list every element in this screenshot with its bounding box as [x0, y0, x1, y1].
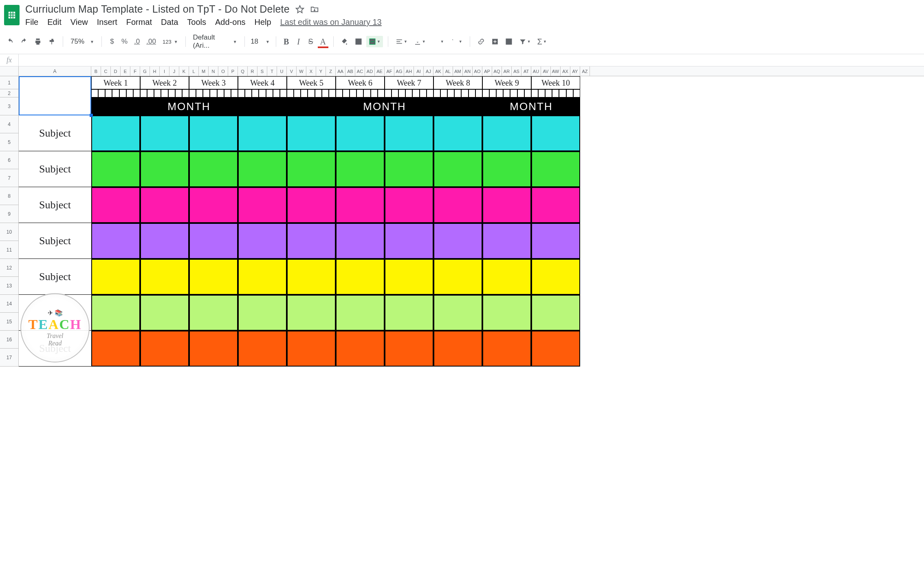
- col-head-AA[interactable]: AA: [336, 66, 345, 76]
- row-head-8[interactable]: 8: [0, 187, 19, 205]
- day-cell[interactable]: [469, 89, 475, 97]
- day-cell[interactable]: [385, 89, 392, 97]
- col-head-AV[interactable]: AV: [541, 66, 551, 76]
- subject-cell[interactable]: [433, 223, 482, 259]
- subject-cell[interactable]: [531, 223, 580, 259]
- row-head-10[interactable]: 10: [0, 223, 19, 241]
- subject-cell[interactable]: [140, 223, 189, 259]
- menu-help[interactable]: Help: [255, 18, 271, 27]
- col-head-G[interactable]: G: [140, 66, 150, 76]
- subject-cell[interactable]: [238, 115, 287, 151]
- day-cell[interactable]: [482, 89, 489, 97]
- subject-cell[interactable]: [385, 295, 433, 331]
- subject-cell[interactable]: [385, 151, 433, 187]
- subject-cell[interactable]: [482, 151, 531, 187]
- col-head-R[interactable]: R: [248, 66, 257, 76]
- row-head-4[interactable]: 4: [0, 115, 19, 133]
- day-cell[interactable]: [496, 89, 503, 97]
- row-head-16[interactable]: 16: [0, 331, 19, 349]
- subject-cell[interactable]: [336, 295, 385, 331]
- subject-cell[interactable]: [385, 115, 433, 151]
- last-edit-link[interactable]: Last edit was on January 13: [280, 18, 382, 27]
- subject-cell[interactable]: [91, 295, 140, 331]
- move-folder-icon[interactable]: [310, 5, 319, 14]
- subject-cell[interactable]: [482, 115, 531, 151]
- italic-button[interactable]: I: [293, 36, 304, 47]
- strike-button[interactable]: S: [306, 36, 316, 47]
- subject-cell[interactable]: [189, 115, 238, 151]
- menu-data[interactable]: Data: [161, 18, 178, 27]
- subject-cell[interactable]: [91, 331, 140, 367]
- menu-file[interactable]: File: [25, 18, 38, 27]
- day-cell[interactable]: [559, 89, 566, 97]
- col-head-AO[interactable]: AO: [473, 66, 482, 76]
- day-cell[interactable]: [517, 89, 524, 97]
- day-cell[interactable]: [168, 89, 175, 97]
- day-cell[interactable]: [433, 89, 440, 97]
- subject-cell[interactable]: [433, 295, 482, 331]
- day-cell[interactable]: [140, 89, 147, 97]
- subject-cell[interactable]: [482, 187, 531, 223]
- col-head-X[interactable]: X: [306, 66, 316, 76]
- filter-button[interactable]: ▼: [517, 36, 533, 47]
- week-header-6[interactable]: Week 6: [336, 76, 385, 89]
- week-header-8[interactable]: Week 8: [433, 76, 482, 89]
- day-cell[interactable]: [412, 89, 419, 97]
- row-head-6[interactable]: 6: [0, 151, 19, 169]
- subject-cell[interactable]: [287, 151, 336, 187]
- star-icon[interactable]: [295, 5, 304, 14]
- subject-cell[interactable]: [433, 151, 482, 187]
- document-title[interactable]: Curriuclum Map Template - Listed on TpT …: [25, 3, 290, 15]
- subject-cell[interactable]: [385, 331, 433, 367]
- day-cell[interactable]: [203, 89, 210, 97]
- day-cell[interactable]: [252, 89, 259, 97]
- font-select[interactable]: Default (Ari...▼: [191, 33, 240, 51]
- col-head-S[interactable]: S: [257, 66, 267, 76]
- week-header-10[interactable]: Week 10: [531, 76, 580, 89]
- row-head-3[interactable]: 3: [0, 97, 19, 115]
- day-cell[interactable]: [356, 89, 363, 97]
- zoom-select[interactable]: 75%▼: [68, 37, 97, 46]
- row-head-14[interactable]: 14: [0, 295, 19, 313]
- day-cell[interactable]: [405, 89, 412, 97]
- week-header-1[interactable]: Week 1: [91, 76, 140, 89]
- subject-label-3[interactable]: Subject: [19, 187, 91, 223]
- col-head-AC[interactable]: AC: [355, 66, 365, 76]
- row-head-11[interactable]: 11: [0, 241, 19, 259]
- col-head-AP[interactable]: AP: [482, 66, 492, 76]
- row-head-12[interactable]: 12: [0, 259, 19, 277]
- day-cell[interactable]: [105, 89, 112, 97]
- subject-cell[interactable]: [482, 331, 531, 367]
- subject-cell[interactable]: [140, 295, 189, 331]
- day-cell[interactable]: [315, 89, 322, 97]
- row-head-9[interactable]: 9: [0, 205, 19, 223]
- day-cell[interactable]: [573, 89, 580, 97]
- subject-cell[interactable]: [238, 187, 287, 223]
- col-head-AN[interactable]: AN: [463, 66, 473, 76]
- row-head-5[interactable]: 5: [0, 133, 19, 151]
- subject-cell[interactable]: [531, 151, 580, 187]
- subject-cell[interactable]: [140, 331, 189, 367]
- day-cell[interactable]: [217, 89, 224, 97]
- subject-cell[interactable]: [482, 223, 531, 259]
- col-head-AX[interactable]: AX: [561, 66, 570, 76]
- subject-cell[interactable]: [531, 115, 580, 151]
- day-cell[interactable]: [461, 89, 468, 97]
- col-head-AM[interactable]: AM: [453, 66, 463, 76]
- day-cell[interactable]: [398, 89, 405, 97]
- print-button[interactable]: [32, 36, 44, 47]
- subject-cell[interactable]: [189, 295, 238, 331]
- day-cell[interactable]: [343, 89, 350, 97]
- week-header-9[interactable]: Week 9: [482, 76, 531, 89]
- subject-cell[interactable]: [140, 115, 189, 151]
- day-cell[interactable]: [210, 89, 217, 97]
- col-head-AS[interactable]: AS: [512, 66, 521, 76]
- subject-cell[interactable]: [287, 259, 336, 295]
- subject-cell[interactable]: [336, 187, 385, 223]
- subject-cell[interactable]: [189, 331, 238, 367]
- day-cell[interactable]: [538, 89, 545, 97]
- day-cell[interactable]: [552, 89, 559, 97]
- subject-cell[interactable]: [531, 295, 580, 331]
- week-header-2[interactable]: Week 2: [140, 76, 189, 89]
- redo-button[interactable]: [18, 36, 30, 47]
